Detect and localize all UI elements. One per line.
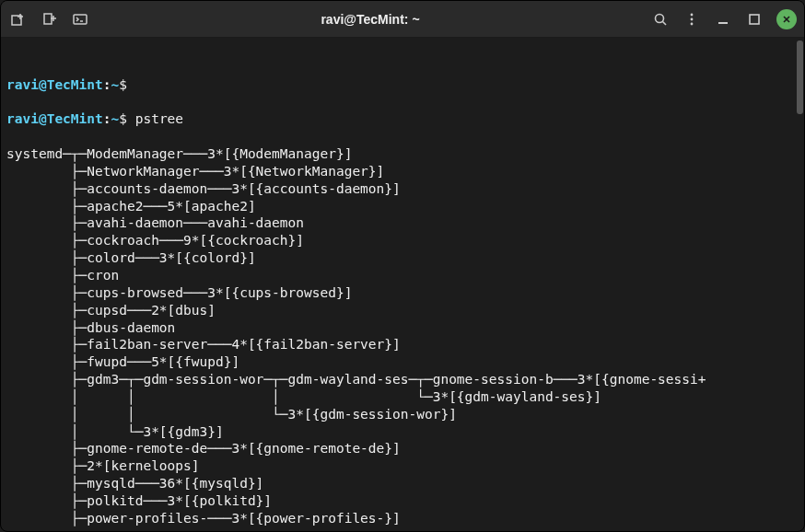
menu-icon[interactable] <box>682 10 701 29</box>
search-icon[interactable] <box>651 10 670 29</box>
minimize-icon[interactable] <box>714 10 732 29</box>
svg-rect-6 <box>74 15 87 24</box>
prompt-path: ~ <box>111 77 120 92</box>
svg-point-12 <box>691 22 694 25</box>
tree-line: ├─fail2ban-server───4*[{fail2ban-server}… <box>6 336 797 353</box>
svg-point-10 <box>691 13 694 16</box>
tree-line: ├─colord───3*[{colord}] <box>6 249 797 267</box>
tree-line: ├─dbus-daemon <box>6 319 797 337</box>
titlebar-left-controls <box>8 10 89 29</box>
tree-line: systemd─┬─ModemManager───3*[{ModemManage… <box>6 145 797 163</box>
tree-line: ├─gdm3─┬─gdm-session-wor─┬─gdm-wayland-s… <box>6 371 797 388</box>
tree-line: ├─mysqld───36*[{mysqld}] <box>6 475 797 492</box>
tree-line: ├─cups-browsed───3*[{cups-browsed}] <box>6 284 797 302</box>
terminal-icon[interactable] <box>71 10 89 29</box>
tree-line: ├─accounts-daemon───3*[{accounts-daemon}… <box>6 180 797 198</box>
new-tab-icon[interactable] <box>8 10 27 29</box>
svg-rect-14 <box>750 15 759 24</box>
tree-line: ├─NetworkManager───3*[{NetworkManager}] <box>6 163 797 180</box>
tree-line: │ └─3*[{gdm3}] <box>6 423 797 441</box>
svg-point-8 <box>656 14 664 22</box>
scrollbar-thumb[interactable] <box>797 40 803 114</box>
prompt-sep: : <box>103 77 111 92</box>
svg-point-11 <box>691 17 694 20</box>
prompt-symbol: $ <box>119 111 127 126</box>
tree-line: ├─avahi-daemon───avahi-daemon <box>6 214 797 232</box>
svg-rect-3 <box>44 14 52 24</box>
prompt-line-1: ravi@TecMint:~$ <box>6 76 797 94</box>
tree-line: ├─cockroach───9*[{cockroach}] <box>6 232 797 249</box>
close-button[interactable] <box>776 9 797 29</box>
prompt-user-host: ravi@TecMint <box>6 111 103 126</box>
tree-output: systemd─┬─ModemManager───3*[{ModemManage… <box>6 145 797 526</box>
tree-line: ├─cron <box>6 267 797 284</box>
prompt-sep: : <box>103 111 111 126</box>
svg-line-9 <box>663 21 667 25</box>
prompt-user-host: ravi@TecMint <box>6 77 103 92</box>
prompt-path: ~ <box>111 111 120 126</box>
tree-line: ├─power-profiles-───3*[{power-profiles-}… <box>6 510 797 526</box>
tree-line: ├─polkitd───3*[{polkitd}] <box>6 492 797 510</box>
tree-line: │ │ │ └─3*[{gdm-wayland-ses}] <box>6 388 797 406</box>
window-title: ravi@TecMint: ~ <box>89 12 651 27</box>
prompt-symbol: $ <box>119 77 127 92</box>
tree-line: ├─gnome-remote-de───3*[{gnome-remote-de}… <box>6 440 797 457</box>
tree-line: ├─cupsd───2*[dbus] <box>6 302 797 319</box>
command-text: pstree <box>135 111 183 126</box>
tree-line: ├─fwupd───5*[{fwupd}] <box>6 353 797 371</box>
titlebar-right-controls <box>651 9 797 29</box>
tree-line: ├─2*[kerneloops] <box>6 457 797 475</box>
prompt-line-2: ravi@TecMint:~$ pstree <box>6 110 797 128</box>
maximize-icon[interactable] <box>745 10 764 29</box>
tree-line: ├─apache2───5*[apache2] <box>6 198 797 215</box>
terminal-body[interactable]: ravi@TecMint:~$ ravi@TecMint:~$ pstree s… <box>1 38 804 526</box>
window-titlebar: ravi@TecMint: ~ <box>1 1 804 38</box>
new-window-icon[interactable] <box>40 10 58 29</box>
tree-line: │ │ └─3*[{gdm-session-wor}] <box>6 406 797 423</box>
